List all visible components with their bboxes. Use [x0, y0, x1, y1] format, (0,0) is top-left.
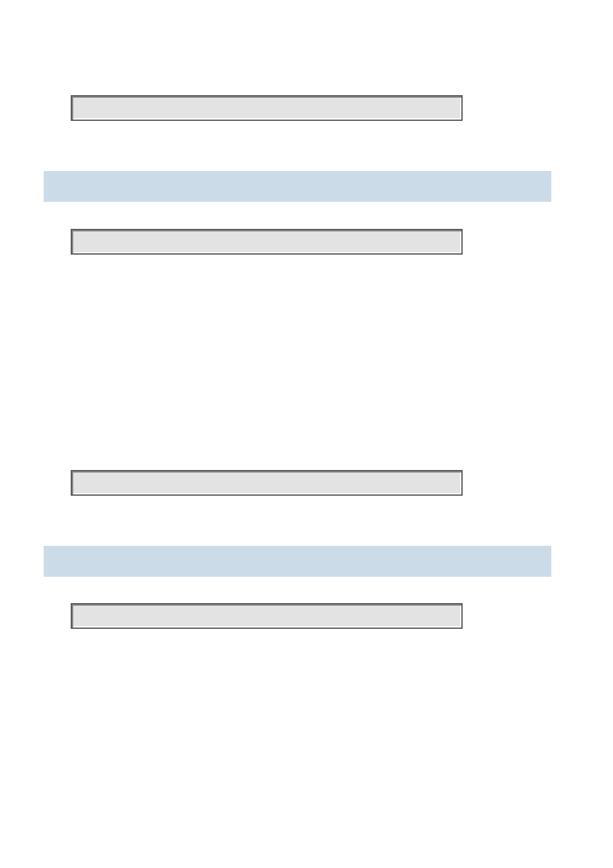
input-box-2[interactable]: [71, 229, 463, 255]
section-band-2: [44, 546, 551, 577]
document-page: [0, 0, 613, 868]
input-box-4[interactable]: [71, 603, 463, 629]
input-box-3[interactable]: [71, 470, 463, 496]
section-band-1: [44, 171, 551, 202]
input-box-1[interactable]: [71, 95, 463, 121]
